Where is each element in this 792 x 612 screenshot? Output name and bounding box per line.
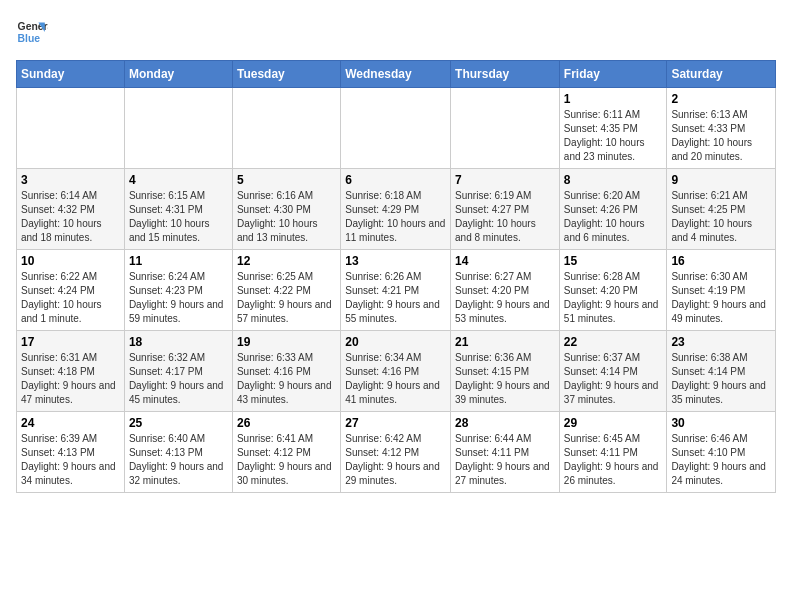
- day-info: Sunrise: 6:22 AM Sunset: 4:24 PM Dayligh…: [21, 270, 120, 326]
- day-number: 22: [564, 335, 663, 349]
- day-info: Sunrise: 6:27 AM Sunset: 4:20 PM Dayligh…: [455, 270, 555, 326]
- day-number: 4: [129, 173, 228, 187]
- calendar-cell: [232, 88, 340, 169]
- header: General Blue: [16, 16, 776, 48]
- day-info: Sunrise: 6:30 AM Sunset: 4:19 PM Dayligh…: [671, 270, 771, 326]
- svg-text:Blue: Blue: [18, 33, 41, 44]
- day-number: 21: [455, 335, 555, 349]
- day-number: 1: [564, 92, 663, 106]
- day-info: Sunrise: 6:26 AM Sunset: 4:21 PM Dayligh…: [345, 270, 446, 326]
- day-info: Sunrise: 6:37 AM Sunset: 4:14 PM Dayligh…: [564, 351, 663, 407]
- calendar-week-5: 24Sunrise: 6:39 AM Sunset: 4:13 PM Dayli…: [17, 412, 776, 493]
- calendar-cell: 21Sunrise: 6:36 AM Sunset: 4:15 PM Dayli…: [451, 331, 560, 412]
- col-header-tuesday: Tuesday: [232, 61, 340, 88]
- day-number: 29: [564, 416, 663, 430]
- day-number: 7: [455, 173, 555, 187]
- calendar-table: SundayMondayTuesdayWednesdayThursdayFrid…: [16, 60, 776, 493]
- calendar-week-4: 17Sunrise: 6:31 AM Sunset: 4:18 PM Dayli…: [17, 331, 776, 412]
- day-number: 20: [345, 335, 446, 349]
- day-number: 8: [564, 173, 663, 187]
- calendar-cell: 6Sunrise: 6:18 AM Sunset: 4:29 PM Daylig…: [341, 169, 451, 250]
- day-number: 19: [237, 335, 336, 349]
- calendar-cell: 27Sunrise: 6:42 AM Sunset: 4:12 PM Dayli…: [341, 412, 451, 493]
- calendar-cell: 30Sunrise: 6:46 AM Sunset: 4:10 PM Dayli…: [667, 412, 776, 493]
- day-number: 28: [455, 416, 555, 430]
- calendar-cell: 7Sunrise: 6:19 AM Sunset: 4:27 PM Daylig…: [451, 169, 560, 250]
- calendar-cell: 10Sunrise: 6:22 AM Sunset: 4:24 PM Dayli…: [17, 250, 125, 331]
- day-number: 13: [345, 254, 446, 268]
- calendar-cell: 9Sunrise: 6:21 AM Sunset: 4:25 PM Daylig…: [667, 169, 776, 250]
- col-header-sunday: Sunday: [17, 61, 125, 88]
- day-info: Sunrise: 6:18 AM Sunset: 4:29 PM Dayligh…: [345, 189, 446, 245]
- logo-icon: General Blue: [16, 16, 48, 48]
- day-number: 10: [21, 254, 120, 268]
- day-info: Sunrise: 6:15 AM Sunset: 4:31 PM Dayligh…: [129, 189, 228, 245]
- calendar-week-2: 3Sunrise: 6:14 AM Sunset: 4:32 PM Daylig…: [17, 169, 776, 250]
- calendar-cell: 14Sunrise: 6:27 AM Sunset: 4:20 PM Dayli…: [451, 250, 560, 331]
- calendar-cell: [451, 88, 560, 169]
- day-info: Sunrise: 6:13 AM Sunset: 4:33 PM Dayligh…: [671, 108, 771, 164]
- calendar-cell: 22Sunrise: 6:37 AM Sunset: 4:14 PM Dayli…: [559, 331, 667, 412]
- day-info: Sunrise: 6:36 AM Sunset: 4:15 PM Dayligh…: [455, 351, 555, 407]
- calendar-cell: 1Sunrise: 6:11 AM Sunset: 4:35 PM Daylig…: [559, 88, 667, 169]
- day-info: Sunrise: 6:25 AM Sunset: 4:22 PM Dayligh…: [237, 270, 336, 326]
- calendar-cell: 15Sunrise: 6:28 AM Sunset: 4:20 PM Dayli…: [559, 250, 667, 331]
- calendar-cell: 20Sunrise: 6:34 AM Sunset: 4:16 PM Dayli…: [341, 331, 451, 412]
- day-number: 27: [345, 416, 446, 430]
- col-header-saturday: Saturday: [667, 61, 776, 88]
- calendar-cell: [341, 88, 451, 169]
- day-number: 26: [237, 416, 336, 430]
- calendar-cell: 17Sunrise: 6:31 AM Sunset: 4:18 PM Dayli…: [17, 331, 125, 412]
- calendar-cell: [124, 88, 232, 169]
- calendar-cell: 28Sunrise: 6:44 AM Sunset: 4:11 PM Dayli…: [451, 412, 560, 493]
- calendar-cell: 3Sunrise: 6:14 AM Sunset: 4:32 PM Daylig…: [17, 169, 125, 250]
- calendar-week-1: 1Sunrise: 6:11 AM Sunset: 4:35 PM Daylig…: [17, 88, 776, 169]
- col-header-monday: Monday: [124, 61, 232, 88]
- day-info: Sunrise: 6:21 AM Sunset: 4:25 PM Dayligh…: [671, 189, 771, 245]
- day-number: 18: [129, 335, 228, 349]
- calendar-cell: 18Sunrise: 6:32 AM Sunset: 4:17 PM Dayli…: [124, 331, 232, 412]
- calendar-cell: 8Sunrise: 6:20 AM Sunset: 4:26 PM Daylig…: [559, 169, 667, 250]
- calendar-cell: [17, 88, 125, 169]
- day-number: 16: [671, 254, 771, 268]
- day-info: Sunrise: 6:44 AM Sunset: 4:11 PM Dayligh…: [455, 432, 555, 488]
- day-number: 24: [21, 416, 120, 430]
- calendar-cell: 26Sunrise: 6:41 AM Sunset: 4:12 PM Dayli…: [232, 412, 340, 493]
- day-info: Sunrise: 6:24 AM Sunset: 4:23 PM Dayligh…: [129, 270, 228, 326]
- col-header-wednesday: Wednesday: [341, 61, 451, 88]
- calendar-cell: 2Sunrise: 6:13 AM Sunset: 4:33 PM Daylig…: [667, 88, 776, 169]
- day-number: 23: [671, 335, 771, 349]
- day-number: 3: [21, 173, 120, 187]
- day-number: 25: [129, 416, 228, 430]
- day-info: Sunrise: 6:31 AM Sunset: 4:18 PM Dayligh…: [21, 351, 120, 407]
- day-info: Sunrise: 6:32 AM Sunset: 4:17 PM Dayligh…: [129, 351, 228, 407]
- calendar-cell: 12Sunrise: 6:25 AM Sunset: 4:22 PM Dayli…: [232, 250, 340, 331]
- day-info: Sunrise: 6:16 AM Sunset: 4:30 PM Dayligh…: [237, 189, 336, 245]
- calendar-cell: 29Sunrise: 6:45 AM Sunset: 4:11 PM Dayli…: [559, 412, 667, 493]
- day-info: Sunrise: 6:34 AM Sunset: 4:16 PM Dayligh…: [345, 351, 446, 407]
- calendar-cell: 13Sunrise: 6:26 AM Sunset: 4:21 PM Dayli…: [341, 250, 451, 331]
- day-info: Sunrise: 6:33 AM Sunset: 4:16 PM Dayligh…: [237, 351, 336, 407]
- day-info: Sunrise: 6:14 AM Sunset: 4:32 PM Dayligh…: [21, 189, 120, 245]
- col-header-friday: Friday: [559, 61, 667, 88]
- calendar-week-3: 10Sunrise: 6:22 AM Sunset: 4:24 PM Dayli…: [17, 250, 776, 331]
- day-info: Sunrise: 6:19 AM Sunset: 4:27 PM Dayligh…: [455, 189, 555, 245]
- day-info: Sunrise: 6:11 AM Sunset: 4:35 PM Dayligh…: [564, 108, 663, 164]
- day-number: 14: [455, 254, 555, 268]
- day-info: Sunrise: 6:46 AM Sunset: 4:10 PM Dayligh…: [671, 432, 771, 488]
- calendar-cell: 11Sunrise: 6:24 AM Sunset: 4:23 PM Dayli…: [124, 250, 232, 331]
- day-number: 11: [129, 254, 228, 268]
- day-number: 9: [671, 173, 771, 187]
- logo: General Blue: [16, 16, 48, 48]
- day-info: Sunrise: 6:42 AM Sunset: 4:12 PM Dayligh…: [345, 432, 446, 488]
- day-number: 6: [345, 173, 446, 187]
- calendar-cell: 5Sunrise: 6:16 AM Sunset: 4:30 PM Daylig…: [232, 169, 340, 250]
- calendar-cell: 23Sunrise: 6:38 AM Sunset: 4:14 PM Dayli…: [667, 331, 776, 412]
- day-info: Sunrise: 6:40 AM Sunset: 4:13 PM Dayligh…: [129, 432, 228, 488]
- day-info: Sunrise: 6:39 AM Sunset: 4:13 PM Dayligh…: [21, 432, 120, 488]
- day-info: Sunrise: 6:28 AM Sunset: 4:20 PM Dayligh…: [564, 270, 663, 326]
- day-info: Sunrise: 6:38 AM Sunset: 4:14 PM Dayligh…: [671, 351, 771, 407]
- day-number: 17: [21, 335, 120, 349]
- day-info: Sunrise: 6:45 AM Sunset: 4:11 PM Dayligh…: [564, 432, 663, 488]
- calendar-cell: 25Sunrise: 6:40 AM Sunset: 4:13 PM Dayli…: [124, 412, 232, 493]
